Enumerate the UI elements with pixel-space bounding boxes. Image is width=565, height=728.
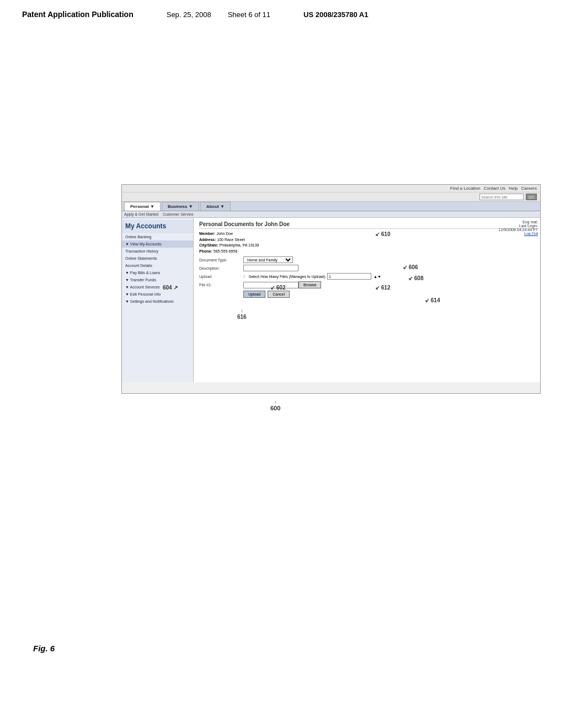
sidebar-item-transfer-funds[interactable]: ▼ Transfer Funds bbox=[122, 276, 193, 283]
subnav-customer-service[interactable]: Customer Service bbox=[163, 212, 194, 216]
callout-608: ↙ 608 bbox=[408, 275, 423, 281]
upload-row: Upload ↑ Select How Many Files (Manages … bbox=[199, 273, 535, 280]
nav-tab-about[interactable]: About ▼ bbox=[200, 202, 231, 211]
callout-616: ↑ 616 bbox=[237, 308, 247, 320]
figure-label: Fig. 6 bbox=[33, 644, 55, 653]
document-type-select[interactable]: Home and Family bbox=[243, 256, 293, 263]
publication-date: Sep. 25, 2008 bbox=[167, 10, 211, 19]
sub-nav: Apply & Get Started Customer Service bbox=[122, 211, 540, 218]
member-name: Member: John Doe bbox=[199, 231, 259, 237]
sidebar-item-transaction-history[interactable]: Transaction History bbox=[122, 248, 193, 255]
help-link[interactable]: Help bbox=[509, 186, 518, 191]
sidebar-item-online-statements[interactable]: Online Statements bbox=[122, 255, 193, 262]
login-eng-mat: Eng mat: bbox=[499, 220, 538, 224]
sidebar-item-pay-bills[interactable]: ▼ Pay Bills & Loans bbox=[122, 269, 193, 276]
nav-tab-personal[interactable]: Personal ▼ bbox=[124, 202, 161, 211]
search-bar: GO bbox=[122, 194, 540, 201]
sidebar-item-view-accounts[interactable]: ▼ View My Accounts bbox=[122, 240, 193, 248]
sidebar-item-account-details[interactable]: Account Details bbox=[122, 262, 193, 269]
nav-tab-business[interactable]: Business ▼ bbox=[162, 202, 199, 211]
upload-action-label: ↑ bbox=[243, 275, 246, 279]
document-type-label: Document Type: bbox=[199, 258, 243, 262]
logout-link[interactable]: Log Out bbox=[524, 232, 538, 235]
callout-604: 604 ↗ bbox=[163, 285, 178, 291]
phone-line: Phone: 585-555-9958 bbox=[199, 249, 259, 255]
sidebar-item-account-services[interactable]: ▼ Account Services bbox=[122, 283, 193, 291]
description-label: Description: bbox=[199, 266, 243, 270]
search-input[interactable] bbox=[479, 194, 524, 200]
select-files-label: Select How Many Files (Manages to Upload… bbox=[249, 275, 326, 279]
cancel-button[interactable]: Cancel bbox=[268, 291, 290, 298]
find-location-link[interactable]: Find a Location bbox=[450, 186, 481, 191]
file-count-arrow: ▲▼ bbox=[374, 275, 381, 279]
ui-screenshot: Find a Location Contact Us Help Careers … bbox=[121, 184, 541, 394]
last-login-date: 12/9/2008 04:24:44 PT bbox=[499, 228, 538, 232]
upload-label: Upload bbox=[199, 275, 243, 279]
callout-602: ↙ 602 bbox=[270, 285, 285, 291]
content-title: Personal Documents for John Doe bbox=[199, 221, 535, 229]
sheet-info: Sheet 6 of 11 bbox=[228, 10, 270, 19]
sidebar-item-edit-personal[interactable]: ▼ Edit Personal Info bbox=[122, 291, 193, 298]
upload-button[interactable]: Upload bbox=[243, 291, 265, 298]
document-type-row: Document Type: Home and Family bbox=[199, 256, 535, 263]
search-button[interactable]: GO bbox=[526, 194, 537, 200]
main-content: Find a Location Contact Us Help Careers … bbox=[0, 24, 565, 719]
main-content-area: Eng mat: Last Login: 12/9/2008 04:24:44 … bbox=[194, 218, 540, 382]
callout-612: ↙ 612 bbox=[375, 285, 390, 291]
contact-us-link[interactable]: Contact Us bbox=[484, 186, 506, 191]
topbar-links: Find a Location Contact Us Help Careers bbox=[450, 186, 537, 191]
last-login-label: Last Login: bbox=[499, 224, 538, 228]
action-buttons-row: Upload Cancel bbox=[243, 291, 535, 298]
callout-600: ↑ 600 bbox=[270, 399, 280, 411]
sidebar: My Accounts Online Banking ▼ View My Acc… bbox=[122, 218, 194, 382]
sidebar-title: My Accounts bbox=[122, 220, 193, 233]
document-form: Member: John Doe Address: 100 Race Stree… bbox=[199, 231, 535, 298]
ui-topbar: Find a Location Contact Us Help Careers bbox=[122, 185, 540, 192]
page-header: Patent Application Publication Sep. 25, … bbox=[0, 0, 565, 24]
sidebar-item-online-banking[interactable]: Online Banking bbox=[122, 233, 193, 240]
callout-606: ↙ 606 bbox=[403, 264, 418, 270]
ui-main-panel: My Accounts Online Banking ▼ View My Acc… bbox=[122, 218, 540, 382]
callout-614: ↙ 614 bbox=[425, 297, 440, 303]
browse-button[interactable]: Browse bbox=[299, 281, 321, 288]
address-block: Member: John Doe Address: 100 Race Stree… bbox=[199, 231, 259, 254]
careers-link[interactable]: Careers bbox=[521, 186, 537, 191]
file-row: File #1: Browse bbox=[199, 281, 535, 288]
city-state-line: City/State: Philadelphia, PA 19139 bbox=[199, 243, 259, 249]
nav-tabs: Personal ▼ Business ▼ About ▼ bbox=[122, 202, 540, 211]
description-row: Description: bbox=[199, 265, 535, 271]
publication-label: Patent Application Publication bbox=[22, 10, 134, 19]
subnav-apply[interactable]: Apply & Get Started bbox=[124, 212, 158, 216]
address-line: Address: 100 Race Street bbox=[199, 237, 259, 243]
callout-610: ↙ 610 bbox=[375, 231, 390, 237]
file-count-input[interactable] bbox=[327, 273, 371, 280]
patent-number: US 2008/235780 A1 bbox=[303, 10, 368, 19]
file-label: File #1: bbox=[199, 283, 243, 287]
description-input[interactable] bbox=[243, 265, 299, 271]
login-info: Eng mat: Last Login: 12/9/2008 04:24:44 … bbox=[499, 220, 538, 235]
sidebar-item-settings[interactable]: ▼ Settings and Notifications bbox=[122, 298, 193, 305]
